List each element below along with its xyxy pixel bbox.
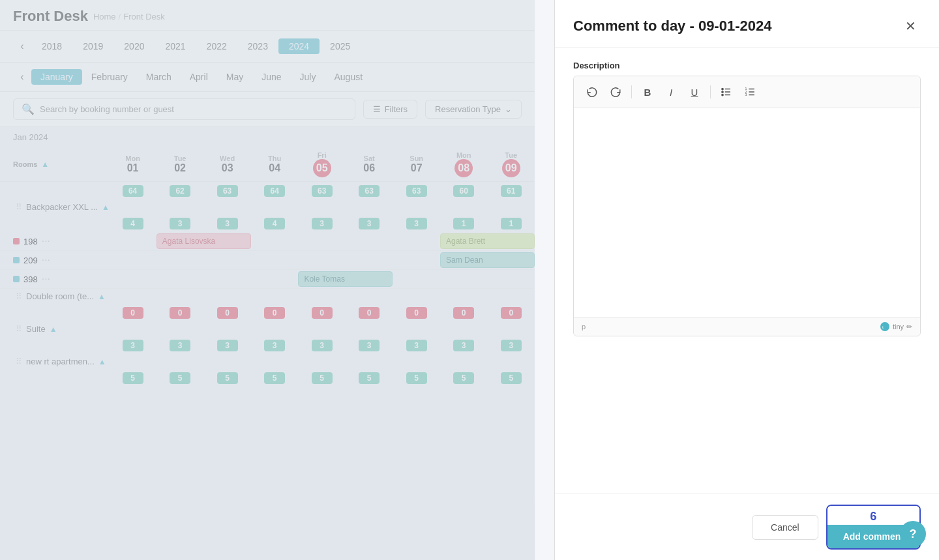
modal-title: Comment to day - 09-01-2024 xyxy=(573,18,771,35)
svg-point-12 xyxy=(880,322,889,331)
bold-button[interactable]: B xyxy=(637,81,658,102)
modal-header: Comment to day - 09-01-2024 ✕ xyxy=(555,0,939,48)
cancel-button[interactable]: Cancel xyxy=(752,515,818,540)
svg-text:t: t xyxy=(882,325,884,329)
svg-point-4 xyxy=(722,91,723,93)
editor-content-area[interactable] xyxy=(574,108,920,317)
modal-body: Description B I U 123 xyxy=(555,48,939,494)
svg-point-5 xyxy=(722,94,723,95)
unordered-list-button[interactable] xyxy=(716,81,737,102)
modal-overlay xyxy=(0,0,535,560)
description-label: Description xyxy=(573,61,921,70)
tinymce-logo: t tiny ✏ xyxy=(880,321,912,332)
editor-toolbar: B I U 123 xyxy=(574,76,920,108)
modal-close-button[interactable]: ✕ xyxy=(900,16,921,37)
underline-button[interactable]: U xyxy=(684,81,705,102)
toolbar-sep-2 xyxy=(710,85,711,98)
rich-text-editor: B I U 123 p t tiny ✏ xyxy=(573,76,921,336)
svg-point-3 xyxy=(722,88,723,89)
char-count: 6 xyxy=(827,506,919,525)
modal-footer: Cancel 6 Add comment xyxy=(555,494,939,560)
help-button[interactable]: ? xyxy=(900,521,926,547)
italic-button[interactable]: I xyxy=(661,81,681,102)
editor-tag-indicator: p xyxy=(582,323,586,331)
redo-button[interactable] xyxy=(605,81,626,102)
undo-button[interactable] xyxy=(582,81,603,102)
toolbar-sep-1 xyxy=(631,85,632,98)
svg-text:3: 3 xyxy=(745,93,747,96)
editor-footer: p t tiny ✏ xyxy=(574,317,920,336)
ordered-list-button[interactable]: 123 xyxy=(739,81,760,102)
comment-modal: Comment to day - 09-01-2024 ✕ Descriptio… xyxy=(554,0,939,560)
